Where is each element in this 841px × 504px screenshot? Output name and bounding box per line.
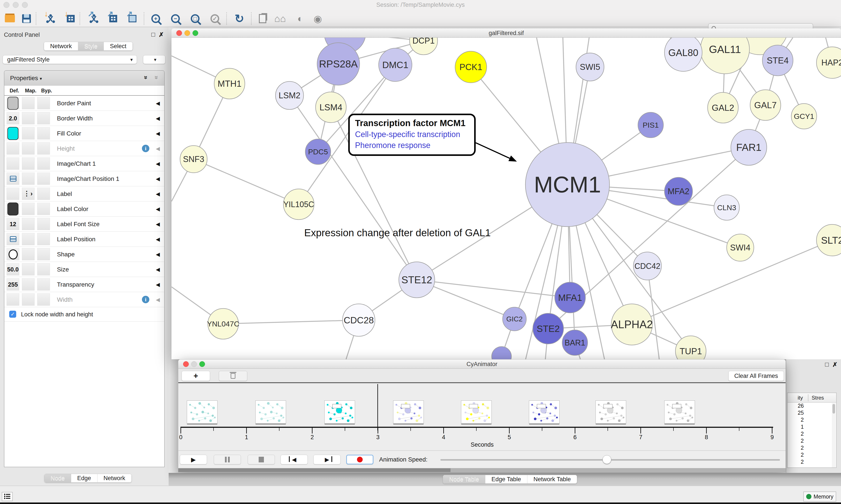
table-row[interactable]: 1: [788, 424, 836, 431]
property-cell[interactable]: [6, 142, 19, 155]
property-row[interactable]: Shape◀: [4, 247, 164, 262]
minimize-window-icon[interactable]: [191, 361, 197, 367]
scrollbar-thumb[interactable]: [178, 468, 450, 472]
properties-header[interactable]: Properties ▾ » «: [4, 71, 164, 86]
tab-node[interactable]: Node: [44, 474, 71, 482]
property-row[interactable]: Label Color◀: [4, 201, 164, 217]
close-panel-icon[interactable]: ✗: [833, 361, 838, 368]
record-button[interactable]: [346, 455, 373, 464]
table-row[interactable]: 2: [788, 459, 836, 466]
property-cell[interactable]: [22, 112, 35, 124]
property-cell[interactable]: [6, 97, 19, 109]
table-row[interactable]: 2: [788, 445, 836, 452]
property-cell[interactable]: [22, 142, 35, 155]
next-frame-button[interactable]: ▶: [314, 455, 341, 464]
property-cell[interactable]: [6, 233, 19, 245]
property-cell[interactable]: 50.0: [6, 263, 19, 275]
clear-all-frames-button[interactable]: Clear All Frames: [729, 371, 784, 381]
property-row[interactable]: Image/Chart 1◀: [4, 156, 164, 171]
property-cell[interactable]: [22, 233, 35, 245]
expand-arrow-icon[interactable]: ◀: [156, 277, 160, 292]
play-button[interactable]: ▶: [180, 455, 207, 464]
property-cell[interactable]: [37, 187, 50, 200]
property-row[interactable]: 50.0Size◀: [4, 262, 164, 277]
tab-edge-table[interactable]: Edge Table: [485, 475, 527, 483]
zoom-fit-icon[interactable]: □: [189, 12, 202, 25]
import-table-icon[interactable]: ↓: [64, 12, 77, 25]
frame-thumbnail-4[interactable]: [393, 400, 424, 424]
memory-button[interactable]: Memory: [803, 491, 836, 502]
network-node-gal11[interactable]: [700, 38, 749, 74]
close-window-icon[interactable]: [183, 361, 189, 367]
timeline-playhead[interactable]: [377, 384, 378, 430]
property-row[interactable]: Heighti◀: [4, 141, 164, 156]
tab-network-table[interactable]: Network Table: [527, 475, 577, 483]
property-cell[interactable]: [37, 263, 50, 275]
property-cell[interactable]: [37, 233, 50, 245]
add-frame-button[interactable]: +: [182, 371, 210, 381]
tab-edge[interactable]: Edge: [71, 474, 97, 482]
frame-thumbnail-7[interactable]: [595, 400, 626, 424]
tab-select[interactable]: Select: [104, 42, 132, 50]
show-panels-button[interactable]: [2, 492, 13, 501]
collapse-all-icon[interactable]: «: [152, 76, 160, 79]
property-cell[interactable]: [37, 248, 50, 260]
property-cell[interactable]: [22, 97, 35, 109]
property-cell[interactable]: 12: [6, 218, 19, 230]
network-canvas[interactable]: RPS28BGAL11GAL80STE4HAP2DCP1RPS28ADMC1PC…: [172, 38, 841, 359]
expand-arrow-icon[interactable]: ◀: [156, 201, 160, 217]
frame-thumbnail-6[interactable]: [529, 400, 559, 424]
property-cell[interactable]: [37, 127, 50, 140]
property-cell[interactable]: [37, 218, 50, 230]
expand-arrow-icon[interactable]: ◀: [156, 186, 160, 201]
table-header[interactable]: ity Stres: [788, 393, 836, 403]
zoom-out-icon[interactable]: −: [168, 12, 182, 25]
network-caption[interactable]: Expression change after deletion of GAL1: [304, 227, 491, 239]
expand-arrow-icon[interactable]: ◀: [156, 262, 160, 277]
close-panel-icon[interactable]: ✗: [159, 31, 164, 38]
tab-network[interactable]: Network: [44, 42, 78, 50]
hide-selected-icon[interactable]: ◐: [293, 12, 307, 25]
frame-thumbnail-1[interactable]: [187, 400, 217, 424]
property-cell[interactable]: [22, 158, 35, 170]
zoom-window-icon[interactable]: [193, 30, 198, 36]
import-network-icon[interactable]: ↓: [44, 12, 57, 25]
frame-thumbnail-8[interactable]: [664, 400, 695, 424]
annotation-box[interactable]: Transcription factor MCM1 Cell-type-spec…: [348, 114, 476, 156]
property-cell[interactable]: ⋮›: [22, 187, 35, 200]
property-cell[interactable]: [37, 158, 50, 170]
network-node-cutpurple[interactable]: [492, 346, 512, 359]
info-icon[interactable]: i: [142, 296, 149, 303]
expand-arrow-icon[interactable]: ◀: [156, 217, 160, 232]
property-cell[interactable]: [22, 218, 35, 230]
property-cell[interactable]: [22, 127, 35, 140]
minimize-window-icon[interactable]: [184, 30, 190, 36]
property-cell[interactable]: [37, 203, 50, 215]
table-row[interactable]: 2: [788, 417, 836, 424]
expand-arrow-icon[interactable]: ◀: [156, 126, 160, 141]
delete-frame-button[interactable]: [219, 371, 247, 381]
property-cell[interactable]: [22, 278, 35, 290]
property-cell[interactable]: [22, 173, 35, 185]
expand-arrow-icon[interactable]: ◀: [156, 247, 160, 262]
animation-speed-handle[interactable]: [603, 455, 611, 464]
expand-arrow-icon[interactable]: ◀: [156, 292, 160, 307]
property-row[interactable]: Fill Color◀: [4, 126, 164, 141]
zoom-selected-icon[interactable]: ✓: [208, 12, 222, 25]
property-cell[interactable]: [6, 173, 19, 185]
annotation-link[interactable]: Cell-type-specific transcription: [355, 130, 469, 139]
snapshot-icon[interactable]: [256, 12, 269, 25]
table-row[interactable]: 26: [788, 403, 836, 410]
cyanimator-titlebar[interactable]: CyAnimator: [178, 360, 786, 369]
lock-size-checkbox[interactable]: ✓: [9, 311, 16, 318]
property-cell[interactable]: [37, 173, 50, 185]
frames-timeline[interactable]: 0123456789 Seconds: [178, 384, 786, 450]
refresh-icon[interactable]: ↻: [233, 12, 246, 25]
table-row[interactable]: 2: [788, 431, 836, 438]
property-cell[interactable]: [6, 127, 19, 140]
tab-style[interactable]: Style: [78, 42, 104, 50]
expand-arrow-icon[interactable]: ◀: [156, 111, 160, 126]
table-row[interactable]: 25: [788, 410, 836, 417]
column-divider[interactable]: [808, 394, 808, 401]
property-cell[interactable]: [6, 158, 19, 170]
